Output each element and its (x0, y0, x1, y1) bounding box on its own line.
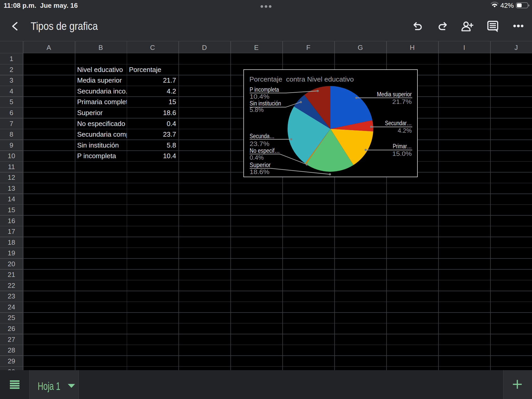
svg-text:Sin institución: Sin institución (250, 100, 281, 107)
svg-text:10.4%: 10.4% (250, 93, 269, 100)
svg-text:Porcentaje contra Nivel educa: Porcentaje contra Nivel educativo (249, 76, 354, 83)
svg-text:0.4%: 0.4% (250, 154, 264, 161)
svg-text:Media superior: Media superior (377, 91, 412, 98)
svg-text:18.6%: 18.6% (250, 169, 269, 175)
svg-text:21.7%: 21.7% (392, 98, 412, 105)
svg-text:Primar…: Primar… (393, 143, 412, 150)
svg-text:5.8%: 5.8% (250, 107, 264, 113)
svg-text:No especif…: No especif… (250, 147, 280, 154)
svg-text:Secundar…: Secundar… (385, 120, 412, 127)
svg-text:P incompleta: P incompleta (250, 86, 279, 93)
svg-text:Superior: Superior (250, 162, 271, 168)
svg-text:23.7%: 23.7% (250, 141, 269, 147)
svg-text:4.2%: 4.2% (398, 127, 412, 134)
svg-text:15.0%: 15.0% (392, 150, 412, 157)
svg-text:Secunda…: Secunda… (250, 133, 275, 139)
